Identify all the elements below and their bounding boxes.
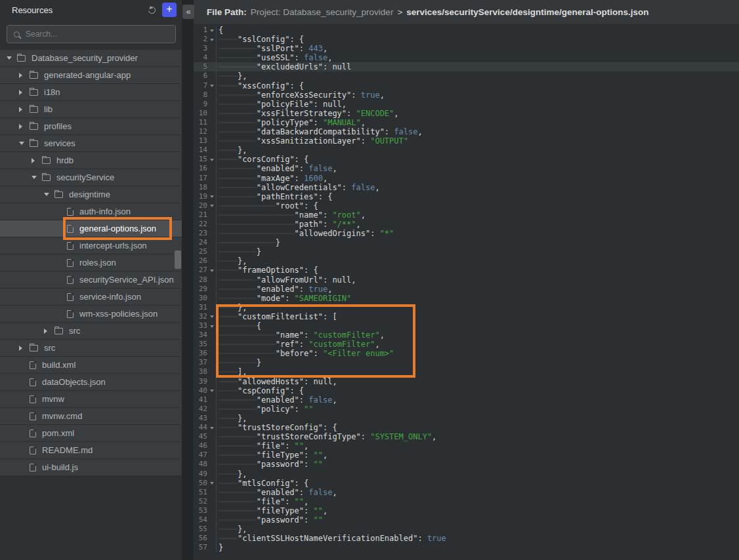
code-line-34[interactable]: 34 "name": "customFilter",	[194, 330, 739, 340]
tree-item-wm-xss-policies.json[interactable]: wm-xss-policies.json	[0, 306, 182, 322]
code-line-32[interactable]: 32 "customFilterList": [	[194, 312, 739, 321]
code-line-43[interactable]: 43 },	[194, 414, 739, 423]
chevron-right-icon[interactable]	[19, 107, 30, 112]
code-line-11[interactable]: 11 "policyType": "MANUAL",	[194, 118, 739, 127]
chevron-right-icon[interactable]	[44, 329, 54, 334]
tree-item-general-options.json[interactable]: general-options.json	[0, 220, 182, 237]
add-resource-button[interactable]: +	[162, 3, 177, 17]
tree-item-mvnw[interactable]: mvnw	[0, 391, 182, 407]
fold-toggle-icon[interactable]	[207, 269, 216, 272]
code-area[interactable]: 1{2 "sslConfig": {3 "sslPort": 443,4 "us…	[194, 25, 739, 552]
code-line-49[interactable]: 49 },	[194, 470, 739, 479]
code-line-9[interactable]: 9 "policyFile": null,	[194, 100, 739, 109]
code-line-1[interactable]: 1{	[194, 26, 739, 35]
chevron-right-icon[interactable]	[32, 158, 42, 163]
fold-toggle-icon[interactable]	[207, 204, 216, 207]
code-line-36[interactable]: 36 "before": "<Filter enum>"	[194, 349, 739, 358]
fold-toggle-icon[interactable]	[207, 195, 216, 198]
code-line-41[interactable]: 41 "enabled": false,	[194, 395, 739, 405]
code-line-35[interactable]: 35 "ref": "customFilter",	[194, 340, 739, 349]
code-line-56[interactable]: 56 "clientSSLHostNameVerificationEnabled…	[194, 534, 739, 543]
search-box[interactable]	[7, 25, 176, 43]
code-line-48[interactable]: 48 "password": ""	[194, 460, 739, 469]
code-line-44[interactable]: 44 "trustStoreConfig": {	[194, 423, 739, 432]
tree-item-services[interactable]: services	[0, 135, 182, 151]
tree-item-intercept-urls.json[interactable]: intercept-urls.json	[0, 237, 182, 254]
search-input[interactable]	[26, 30, 169, 39]
code-line-10[interactable]: 10 "xssFilterStrategy": "ENCODE",	[194, 109, 739, 118]
sidebar-scrollbar-thumb[interactable]	[175, 250, 181, 269]
code-line-16[interactable]: 16 "enabled": false,	[194, 164, 739, 173]
fold-toggle-icon[interactable]	[207, 84, 216, 87]
tree-item-src[interactable]: src	[0, 340, 182, 356]
code-line-28[interactable]: 28 "allowFromUrl": null,	[194, 275, 739, 285]
tree-item-profiles[interactable]: profiles	[0, 118, 182, 134]
chevron-down-icon[interactable]	[32, 176, 42, 179]
code-line-51[interactable]: 51 "enabled": false,	[194, 488, 739, 497]
chevron-right-icon[interactable]	[19, 124, 30, 129]
tree-item-designtime[interactable]: designtime	[0, 186, 182, 203]
tree-item-dataObjects.json[interactable]: dataObjects.json	[0, 374, 182, 390]
code-line-23[interactable]: 23 "allowedOrigins": "*"	[194, 229, 739, 238]
code-line-17[interactable]: 17 "maxAge": 1600,	[194, 174, 739, 183]
tree-item-pom.xml[interactable]: pom.xml	[0, 425, 182, 441]
chevron-right-icon[interactable]	[19, 73, 30, 78]
chevron-down-icon[interactable]	[44, 193, 54, 196]
code-line-40[interactable]: 40 "cspConfig": {	[194, 386, 739, 395]
code-line-33[interactable]: 33 {	[194, 321, 739, 330]
code-line-42[interactable]: 42 "policy": ""	[194, 405, 739, 414]
code-line-22[interactable]: 22 "path": "/**",	[194, 220, 739, 229]
code-line-3[interactable]: 3 "sslPort": 443,	[194, 44, 739, 53]
code-line-50[interactable]: 50 "mtlsConfig": {	[194, 479, 739, 488]
code-line-45[interactable]: 45 "trustStoreConfigType": "SYSTEM_ONLY"…	[194, 432, 739, 441]
code-line-14[interactable]: 14 },	[194, 146, 739, 155]
fold-toggle-icon[interactable]	[207, 38, 216, 41]
code-line-39[interactable]: 39 "allowedHosts": null,	[194, 377, 739, 386]
code-line-6[interactable]: 6 },	[194, 71, 739, 81]
code-line-30[interactable]: 30 "mode": "SAMEORIGIN"	[194, 294, 739, 303]
code-line-54[interactable]: 54 "password": ""	[194, 515, 739, 525]
tree-item-build.xml[interactable]: build.xml	[0, 357, 182, 373]
code-line-24[interactable]: 24 }	[194, 238, 739, 247]
code-line-52[interactable]: 52 "file": "",	[194, 497, 739, 506]
code-line-27[interactable]: 27 "frameOptions": {	[194, 266, 739, 275]
code-line-55[interactable]: 55 },	[194, 525, 739, 534]
code-line-21[interactable]: 21 "name": "root",	[194, 210, 739, 220]
tree-item-mvnw.cmd[interactable]: mvnw.cmd	[0, 408, 182, 424]
code-line-13[interactable]: 13 "xssSanitizationLayer": "OUTPUT"	[194, 136, 739, 146]
tree-item-securityService_API.json[interactable]: securityService_API.json	[0, 271, 182, 288]
code-line-8[interactable]: 8 "enforceXssSecurity": true,	[194, 90, 739, 100]
refresh-button[interactable]	[145, 3, 158, 16]
chevron-right-icon[interactable]	[19, 90, 30, 95]
code-line-5[interactable]: 5 "excludedUrls": null	[194, 62, 739, 71]
fold-toggle-icon[interactable]	[207, 389, 216, 392]
tree-item-auth-info.json[interactable]: auth-info.json	[0, 203, 182, 220]
code-line-4[interactable]: 4 "useSSL": false,	[194, 53, 739, 62]
fold-toggle-icon[interactable]	[207, 426, 216, 430]
fold-toggle-icon[interactable]	[207, 158, 216, 161]
fold-toggle-icon[interactable]	[207, 325, 216, 328]
tree-item-ui-build.js[interactable]: ui-build.js	[0, 459, 182, 475]
tree-item-README.md[interactable]: README.md	[0, 442, 182, 458]
tree-item-Database_security_provider[interactable]: Database_security_provider	[0, 50, 182, 66]
fold-toggle-icon[interactable]	[207, 481, 216, 485]
code-line-38[interactable]: 38 ],	[194, 367, 739, 376]
code-line-25[interactable]: 25 }	[194, 247, 739, 256]
chevron-down-icon[interactable]	[7, 56, 17, 60]
code-line-2[interactable]: 2 "sslConfig": {	[194, 35, 739, 44]
tree-item-securityService[interactable]: securityService	[0, 169, 182, 186]
code-line-20[interactable]: 20 "root": {	[194, 201, 739, 210]
code-line-53[interactable]: 53 "fileType": "",	[194, 506, 739, 515]
tree-item-hrdb[interactable]: hrdb	[0, 152, 182, 169]
code-line-31[interactable]: 31 },	[194, 303, 739, 312]
code-line-46[interactable]: 46 "file": "",	[194, 441, 739, 450]
code-line-29[interactable]: 29 "enabled": true,	[194, 285, 739, 294]
tree-item-i18n[interactable]: i18n	[0, 84, 182, 100]
code-line-47[interactable]: 47 "fileType": "",	[194, 450, 739, 460]
code-line-12[interactable]: 12 "dataBackwardCompatibility": false,	[194, 127, 739, 136]
tree-item-generated-angular-app[interactable]: generated-angular-app	[0, 67, 182, 83]
fold-toggle-icon[interactable]	[207, 315, 216, 318]
code-line-15[interactable]: 15 "corsConfig": {	[194, 155, 739, 164]
code-line-19[interactable]: 19 "pathEntries": {	[194, 192, 739, 201]
tree-item-lib[interactable]: lib	[0, 101, 182, 117]
